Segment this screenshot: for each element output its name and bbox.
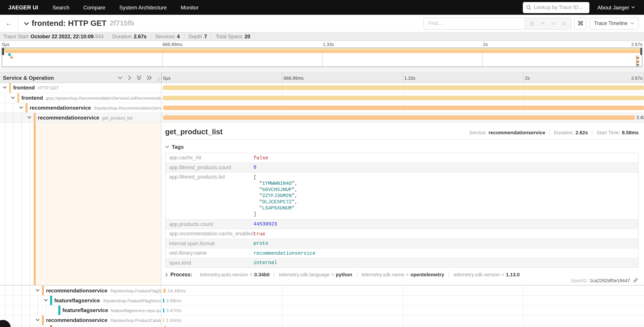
tag-row[interactable]: app.recommendation.cache_enabled true bbox=[166, 229, 638, 238]
span-tree-entry[interactable]: frontendHTTP GET bbox=[0, 83, 161, 93]
tag-row[interactable]: app.cache_hit false bbox=[166, 153, 638, 162]
detail-service: Service:recommendationservice bbox=[469, 130, 545, 136]
span-bar[interactable] bbox=[163, 86, 644, 90]
span-bar[interactable] bbox=[163, 299, 164, 303]
tag-key: span.kind bbox=[166, 258, 250, 268]
tags-section-toggle[interactable]: Tags bbox=[165, 144, 639, 150]
span-timeline-cell[interactable] bbox=[161, 103, 644, 112]
service-color-bar bbox=[26, 103, 27, 112]
timeline-grid-header: Service & Operation bbox=[0, 72, 644, 83]
chevron-down-icon[interactable] bbox=[19, 106, 24, 109]
trace-id-lookup[interactable] bbox=[522, 2, 589, 13]
span-bar[interactable] bbox=[163, 96, 644, 100]
span-timeline-cell[interactable] bbox=[161, 325, 644, 327]
span-row-frontend-listrecommendations[interactable]: frontendgrpc.hipstershop.RecommendationS… bbox=[0, 93, 644, 103]
trace-id-short: 2f715fb bbox=[110, 19, 134, 28]
nav-item-compare[interactable]: Compare bbox=[76, 4, 112, 10]
span-timeline-cell[interactable]: 14.49ms bbox=[161, 286, 644, 295]
prev-match-icon[interactable] bbox=[538, 19, 547, 28]
span-bar[interactable] bbox=[165, 326, 166, 327]
span-bar[interactable] bbox=[163, 106, 644, 110]
tag-key: otel.library.name bbox=[166, 248, 250, 258]
chevron-down-icon[interactable] bbox=[44, 299, 48, 302]
span-row-rec-featureflagservice[interactable]: recommendationservice/hipstershop.Featur… bbox=[0, 285, 644, 295]
chevron-down-icon[interactable] bbox=[11, 96, 15, 100]
span-row-recommendation-listrec[interactable]: recommendationservice/hipstershop.Recomm… bbox=[0, 103, 644, 113]
chevron-right-icon bbox=[165, 272, 168, 277]
trace-view-select[interactable]: Trace Timeline bbox=[590, 18, 639, 30]
minimap-span-small bbox=[10, 57, 12, 58]
tag-key: internal.span.format bbox=[166, 239, 250, 248]
focus-match-icon[interactable] bbox=[528, 19, 536, 28]
about-jaeger-menu[interactable]: About Jaeger bbox=[598, 4, 635, 10]
collapse-one-icon[interactable] bbox=[118, 76, 123, 80]
span-bar[interactable] bbox=[163, 308, 164, 312]
column-resizer-handle[interactable] bbox=[158, 78, 159, 81]
span-timeline-cell[interactable]: 2.62s bbox=[161, 113, 644, 122]
span-timeline-cell[interactable] bbox=[161, 93, 644, 102]
timeline-tick-1: 666.89ms bbox=[284, 76, 304, 80]
span-bar[interactable] bbox=[163, 115, 635, 120]
span-tree-entry[interactable]: recommendationserviceget_product_list bbox=[0, 113, 161, 122]
process-item: telemetry.sdk.name=opentelemetry bbox=[357, 272, 449, 278]
tag-row[interactable]: app.filtered_products.count 8 bbox=[166, 162, 638, 172]
trace-start-ms: .543 bbox=[94, 34, 104, 40]
span-tree-entry[interactable]: recommendationservice/hipstershop.Featur… bbox=[0, 286, 161, 295]
operation-name: HTTP GET bbox=[38, 86, 59, 90]
next-match-icon[interactable] bbox=[549, 19, 558, 28]
span-row-frontend-httpget[interactable]: frontendHTTP GET bbox=[0, 83, 644, 93]
tag-row[interactable]: app.filtered_products.list [ "1YMWWN1N4O… bbox=[166, 172, 638, 219]
span-row-featureflag-repo-query[interactable]: featureflagservicefeatureflagservice.rep… bbox=[0, 305, 644, 315]
keyboard-shortcuts-button[interactable]: ⌘ bbox=[574, 18, 586, 30]
expand-all-icon[interactable] bbox=[146, 75, 152, 80]
clear-find-icon[interactable] bbox=[560, 19, 568, 28]
span-row-partial[interactable] bbox=[0, 325, 644, 327]
chevron-down-icon[interactable] bbox=[35, 318, 40, 322]
span-timeline-cell[interactable]: 3.47ms bbox=[161, 306, 644, 315]
trace-id-lookup-input[interactable] bbox=[534, 4, 586, 10]
minimap-right-scrubber[interactable] bbox=[640, 48, 642, 55]
span-tree-entry[interactable]: frontendgrpc.hipstershop.RecommendationS… bbox=[0, 93, 161, 102]
deep-link-icon[interactable] bbox=[633, 278, 638, 283]
collapse-all-icon[interactable] bbox=[136, 75, 142, 80]
span-tree-entry[interactable]: recommendationservice/hipstershop.Recomm… bbox=[0, 103, 161, 112]
span-timeline-cell[interactable] bbox=[161, 83, 644, 93]
nav-item-monitor[interactable]: Monitor bbox=[174, 4, 206, 10]
back-button[interactable]: ← bbox=[0, 15, 18, 32]
chevron-down-icon[interactable] bbox=[2, 86, 7, 89]
chevron-down-icon[interactable] bbox=[35, 289, 40, 292]
span-timeline-cell[interactable]: 3.68ms bbox=[161, 296, 644, 305]
nav-item-search[interactable]: Search bbox=[46, 4, 76, 10]
detail-start-time: Start Time:8.58ms bbox=[592, 130, 639, 136]
tag-key: app.recommendation.cache_enabled bbox=[166, 229, 250, 238]
process-section[interactable]: Process: telemetry.auto.version=0.34b0 t… bbox=[165, 272, 639, 278]
span-id-label: SpanID: bbox=[571, 278, 588, 283]
chevron-down-icon[interactable] bbox=[27, 116, 32, 119]
collapse-trace-chevron-icon[interactable] bbox=[24, 22, 29, 25]
nav-item-system-architecture[interactable]: System Architecture bbox=[112, 4, 174, 10]
span-tree-entry[interactable] bbox=[0, 325, 161, 327]
minimap-tick-4: 2.67s bbox=[631, 42, 642, 47]
span-tree-entry[interactable]: recommendationservice/hipstershop.Produc… bbox=[0, 316, 161, 325]
jaeger-logo[interactable]: JAEGER UI bbox=[0, 4, 46, 10]
span-id-row: SpanID: 1ca2262df0e18447 bbox=[571, 278, 638, 283]
tag-row[interactable]: app.products.count 44530923 bbox=[166, 219, 638, 229]
tag-row[interactable]: span.kind internal bbox=[166, 258, 638, 267]
find-input[interactable] bbox=[424, 18, 525, 29]
tag-row[interactable]: otel.library.name recommendationservice bbox=[166, 248, 638, 258]
span-row-rec-productcatalog[interactable]: recommendationservice/hipstershop.Produc… bbox=[0, 315, 644, 325]
span-bar[interactable] bbox=[163, 318, 164, 322]
span-tree-entry[interactable]: featureflagservicefeatureflagservice.rep… bbox=[0, 306, 161, 315]
span-row-get-product-list[interactable]: recommendationserviceget_product_list 2.… bbox=[0, 112, 644, 122]
span-row-featureflag-getflag[interactable]: featureflagservice/hipstershop.FeatureFl… bbox=[0, 295, 644, 305]
span-timeline-cell[interactable]: 1.04ms bbox=[161, 316, 644, 325]
span-bar[interactable] bbox=[163, 289, 166, 293]
service-name: frontendgrpc.hipstershop.RecommendationS… bbox=[21, 95, 161, 101]
minimap-left-scrubber[interactable] bbox=[2, 48, 4, 55]
minimap-canvas[interactable] bbox=[2, 48, 642, 67]
span-rows: frontendHTTP GET frontendgrpc.hipstersho… bbox=[0, 83, 644, 327]
tag-value: true bbox=[250, 229, 265, 238]
expand-one-icon[interactable] bbox=[128, 75, 132, 80]
tag-row[interactable]: internal.span.format proto bbox=[166, 238, 638, 248]
span-tree-entry[interactable]: featureflagservice/hipstershop.FeatureFl… bbox=[0, 296, 161, 305]
